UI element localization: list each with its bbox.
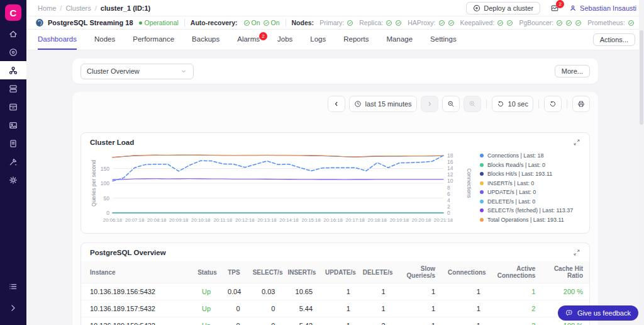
column-header-connections[interactable]: Connections <box>441 261 487 283</box>
legend-dot <box>480 163 484 167</box>
history-icon <box>497 100 504 108</box>
expand-table-button[interactable] <box>573 249 580 256</box>
column-header-cache-hit-ratio[interactable]: Cache Hit Ratio <box>541 261 589 283</box>
chevron-left-icon <box>333 100 340 108</box>
tab-badge: 2 <box>259 32 267 40</box>
zoom-in-button[interactable] <box>464 96 481 112</box>
divider <box>286 19 286 26</box>
svg-text:20:12:18: 20:12:18 <box>235 217 254 223</box>
sidebar-item-images[interactable] <box>0 116 26 134</box>
legend-item-delete-s[interactable]: DELETE/s | Last: 0 <box>480 198 579 205</box>
column-header-active-connections[interactable]: Active Connections <box>487 261 542 283</box>
sidebar-item-settings[interactable] <box>0 171 26 189</box>
sidebar-item-home[interactable] <box>0 25 26 43</box>
tab-performance[interactable]: Performance <box>133 30 174 50</box>
cell-tps: 0 <box>221 300 247 317</box>
plus-circle-icon <box>473 4 480 12</box>
cell-slow-queries-s: 1 <box>392 283 442 300</box>
cell-connections: 1 <box>441 283 487 300</box>
table-row[interactable]: 10.136.189.157:5432Up005.4411112100 % <box>81 300 589 317</box>
cell-slow-queries-s: 1 <box>392 317 442 325</box>
feedback-button[interactable]: Give us feedback <box>558 305 638 321</box>
column-header-status[interactable]: Status <box>191 261 221 283</box>
column-header-insert-s[interactable]: INSERT/s <box>281 261 319 283</box>
legend-item-connections[interactable]: Connections | Last: 18 <box>480 152 579 159</box>
table-row[interactable]: 10.136.189.159:5432Up005.4212112100 % <box>81 317 589 325</box>
cell-tps: 0.04 <box>221 283 247 300</box>
sidebar-item-clusters[interactable] <box>0 61 26 79</box>
app-logo[interactable]: C <box>5 4 21 21</box>
expand-chart-button[interactable] <box>573 139 580 146</box>
refresh-button[interactable] <box>544 96 562 112</box>
svg-text:20:06:18: 20:06:18 <box>103 217 122 223</box>
legend-item-blocks-hit-s[interactable]: Blocks Hit/s | Last: 193.11 <box>480 171 579 177</box>
refresh-interval-button[interactable]: 10 sec <box>492 96 533 112</box>
cell-status: Up <box>191 300 221 317</box>
column-header-instance[interactable]: Instance <box>81 261 191 283</box>
cell-tps: 0 <box>221 317 247 325</box>
scrollbar-thumb[interactable] <box>640 30 643 125</box>
tab-settings[interactable]: Settings <box>430 30 457 50</box>
page-scrollbar[interactable] <box>639 0 644 325</box>
time-range-button[interactable]: last 15 minutes <box>349 96 417 112</box>
chart-legend: Connections | Last: 18Blocks Read/s | La… <box>480 147 579 223</box>
sidebar-item-tools[interactable] <box>0 152 26 171</box>
auto-recovery-check: On <box>243 19 260 26</box>
image-icon <box>8 120 18 130</box>
legend-item-total-operations[interactable]: Total Operations | Last: 193.11 <box>480 217 579 223</box>
activity-center-button[interactable]: 2 <box>550 4 559 13</box>
svg-text:0: 0 <box>447 210 450 216</box>
tab-alarms[interactable]: Alarms2 <box>237 30 260 50</box>
sidebar-item-nodes[interactable] <box>0 79 26 98</box>
tab-reports[interactable]: Reports <box>343 30 369 50</box>
legend-item-select-s-fetched-[interactable]: SELECT/s (fetched) | Last: 113.37 <box>480 207 579 214</box>
node-group-pgbouncer: PgBouncer: <box>519 19 582 26</box>
tab-jobs[interactable]: Jobs <box>277 30 292 50</box>
check-circle-icon <box>575 20 582 26</box>
tab-logs[interactable]: Logs <box>310 30 326 50</box>
dashboard-select[interactable]: Cluster Overview <box>80 64 194 79</box>
column-header-slow-queries-s[interactable]: Slow Queries/s <box>392 261 442 283</box>
sidebar-item-activity-list[interactable] <box>0 276 26 297</box>
nodes-label: Nodes: <box>292 19 314 26</box>
breadcrumb-separator: / <box>95 4 97 12</box>
postgresql-logo-icon <box>35 18 44 27</box>
tab-backups[interactable]: Backups <box>192 30 219 50</box>
legend-item-blocks-read-s[interactable]: Blocks Read/s | Last: 0 <box>480 162 579 168</box>
sidebar-item-reports[interactable] <box>0 134 26 152</box>
table-row[interactable]: 10.136.189.156:5432Up0.040.0310.65111112… <box>81 283 589 300</box>
print-button[interactable] <box>572 96 590 112</box>
svg-text:6: 6 <box>447 191 450 197</box>
breadcrumb-home[interactable]: Home <box>38 4 56 12</box>
svg-text:20:19:18: 20:19:18 <box>390 217 409 223</box>
legend-item-insert-s[interactable]: INSERT/s | Last: 0 <box>480 180 579 186</box>
time-prev-button[interactable] <box>328 96 345 112</box>
time-next-button[interactable] <box>421 96 438 112</box>
tab-dashboards[interactable]: Dashboards <box>38 30 77 50</box>
cell-instance: 10.136.189.156:5432 <box>81 283 191 300</box>
legend-item-update-s[interactable]: UPDATE/s | Last: 0 <box>480 189 579 195</box>
cell-status: Up <box>191 283 221 300</box>
breadcrumb-clusters[interactable]: Clusters <box>65 4 91 12</box>
column-header-update-s[interactable]: UPDATE/s <box>319 261 357 283</box>
user-name: Sebastian Insausti <box>580 4 636 12</box>
user-menu[interactable]: Sebastian Insausti <box>569 4 636 12</box>
actions-button[interactable]: Actions... <box>593 33 635 46</box>
tab-manage[interactable]: Manage <box>387 30 413 50</box>
sidebar-item-collapse[interactable] <box>0 297 26 319</box>
zoom-out-button[interactable] <box>442 96 460 112</box>
series-total-operations <box>113 155 443 157</box>
column-header-delete-s[interactable]: DELETE/s <box>357 261 392 283</box>
cell-select-s: 0 <box>247 317 282 325</box>
more-button[interactable]: More... <box>555 65 590 77</box>
column-header-select-s[interactable]: SELECT/s <box>247 261 282 283</box>
tab-nodes[interactable]: Nodes <box>94 30 115 50</box>
deploy-cluster-button[interactable]: Deploy a cluster <box>466 2 540 14</box>
sidebar-item-activity[interactable] <box>0 43 26 61</box>
node-check <box>395 20 402 26</box>
column-header-tps[interactable]: TPS <box>221 261 247 283</box>
auto-recovery-label: Auto-recovery: <box>191 19 238 26</box>
dashboard-selector-card: Cluster Overview More... <box>72 59 598 84</box>
sidebar-item-storage[interactable] <box>0 98 26 116</box>
legend-dot <box>480 200 484 203</box>
